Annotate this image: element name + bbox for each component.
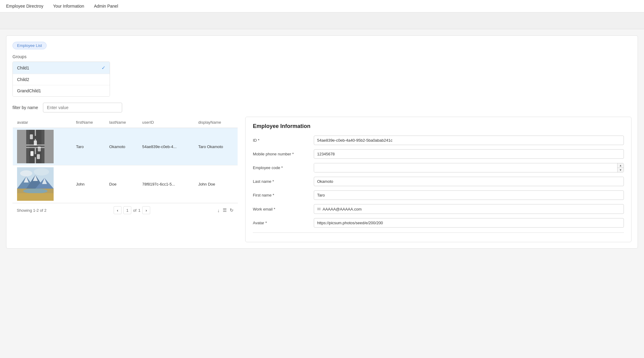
info-label-last-name: Last name * (253, 179, 314, 184)
cell-avatar-john (13, 165, 72, 203)
nav-item-your-information[interactable]: Your Information (53, 4, 84, 9)
col-avatar: avatar (13, 117, 72, 128)
svg-point-18 (20, 170, 32, 176)
info-label-employee-code: Employee code * (253, 165, 314, 170)
top-spacer (0, 12, 644, 29)
table-row[interactable]: Taro Okamoto 54ae839e-c0eb-4... Taro Oka… (13, 128, 238, 165)
cell-displayname-john: John Doe (194, 165, 238, 203)
work-email-text: AAAAA@AAAAA.com (323, 207, 362, 211)
info-row-id: ID * 54ae839e-c0eb-4a40-95b2-5ba0abab241… (253, 136, 624, 145)
spinner-up-button[interactable]: ▲ (617, 163, 624, 168)
svg-rect-13 (17, 130, 26, 163)
nav-item-admin-panel[interactable]: Admin Panel (94, 4, 118, 9)
svg-rect-7 (35, 157, 36, 163)
next-page-button[interactable]: › (142, 206, 150, 214)
info-value-avatar[interactable]: https://picsum.photos/seed/e/200/200 (314, 218, 624, 228)
info-value-first-name[interactable]: Taro (314, 190, 624, 200)
page-of-label: of (133, 208, 136, 213)
pagination-showing: Showing 1-2 of 2 (17, 208, 47, 213)
filter-row: filter by name (12, 103, 632, 112)
cell-displayname-taro: Taro Okamoto (194, 128, 238, 165)
col-userid: userID (138, 117, 194, 128)
cell-avatar-taro (13, 128, 72, 165)
info-row-avatar: Avatar * https://picsum.photos/seed/e/20… (253, 218, 624, 228)
pagination-icons: ↓ ☰ ↻ (218, 207, 234, 213)
cell-firstname-john: John (72, 165, 105, 203)
employee-table: avatar firstName lastName userID display… (12, 117, 238, 203)
group-item-child1-label: Child1 (17, 66, 29, 70)
info-value-id[interactable]: 54ae839e-c0eb-4a40-95b2-5ba0abab241c (314, 136, 624, 145)
svg-rect-15 (26, 144, 44, 146)
table-header: avatar firstName lastName userID display… (13, 117, 238, 128)
info-label-id: ID * (253, 138, 314, 143)
bottom-separator (253, 232, 624, 236)
employee-code-input[interactable]: 5 (314, 163, 617, 172)
main-wrapper: Employee List Groups Child1 ✓ Child2 Gra… (0, 29, 644, 255)
nav-bar: Employee Directroy Your Information Admi… (0, 0, 644, 12)
cell-userid-taro: 54ae839e-c0eb-4... (138, 128, 194, 165)
content-columns: avatar firstName lastName userID display… (12, 117, 632, 242)
info-row-first-name: First name * Taro (253, 190, 624, 200)
info-row-mobile: Mobile phone number * 12345678 (253, 149, 624, 159)
svg-rect-12 (37, 154, 40, 159)
group-item-child1[interactable]: Child1 ✓ (13, 62, 110, 74)
filter-icon[interactable]: ☰ (223, 207, 227, 213)
col-displayname: displayName (194, 117, 238, 128)
group-item-grandchild1-label: GrandChild1 (17, 88, 41, 93)
col-firstname: firstName (72, 117, 105, 128)
email-icon: ✉ (317, 207, 321, 211)
avatar-mountain-john (17, 167, 54, 201)
svg-point-27 (23, 189, 48, 193)
info-value-work-email[interactable]: ✉ AAAAA@AAAAA.com (314, 204, 624, 214)
svg-rect-8 (30, 134, 33, 139)
svg-point-19 (34, 168, 49, 175)
info-title: Employee Information (253, 123, 624, 129)
cell-lastname-taro: Okamoto (105, 128, 138, 165)
current-page: 1 (123, 206, 131, 214)
info-row-employee-code: Employee code * 5 ▲ ▼ (253, 163, 624, 172)
info-panel: Employee Information ID * 54ae839e-c0eb-… (245, 117, 632, 242)
spinner-down-button[interactable]: ▼ (617, 168, 624, 172)
filter-label: filter by name (12, 105, 38, 110)
svg-rect-14 (44, 130, 54, 163)
group-item-child2-label: Child2 (17, 77, 29, 82)
pagination-bar: Showing 1-2 of 2 ‹ 1 of 1 › ↓ ☰ ↻ (12, 203, 238, 217)
group-list: Child1 ✓ Child2 GrandChild1 (12, 62, 110, 97)
info-row-last-name: Last name * Okamoto (253, 177, 624, 186)
employee-code-spinner: 5 ▲ ▼ (314, 163, 624, 172)
info-label-avatar: Avatar * (253, 221, 314, 225)
employee-list-badge: Employee List (12, 42, 47, 49)
group-item-child2[interactable]: Child2 (13, 74, 110, 85)
svg-rect-11 (30, 151, 34, 156)
group-item-child1-check: ✓ (101, 65, 105, 71)
main-card: Employee List Groups Child1 ✓ Child2 Gra… (6, 35, 638, 249)
group-item-grandchild1[interactable]: GrandChild1 (13, 85, 110, 96)
spinner-buttons: ▲ ▼ (617, 163, 624, 172)
info-label-first-name: First name * (253, 193, 314, 197)
pagination-controls: ‹ 1 of 1 › (114, 206, 150, 214)
table-row[interactable]: John Doe 78f8197c-6cc1-5... John Doe (13, 165, 238, 203)
prev-page-button[interactable]: ‹ (114, 206, 122, 214)
table-body: Taro Okamoto 54ae839e-c0eb-4... Taro Oka… (13, 128, 238, 203)
info-value-last-name[interactable]: Okamoto (314, 177, 624, 186)
filter-input[interactable] (43, 103, 122, 112)
info-label-mobile: Mobile phone number * (253, 152, 314, 156)
left-panel: avatar firstName lastName userID display… (12, 117, 238, 217)
svg-rect-16 (26, 147, 44, 148)
info-label-work-email: Work email * (253, 207, 314, 211)
cell-lastname-john: Doe (105, 165, 138, 203)
cell-userid-john: 78f8197c-6cc1-5... (138, 165, 194, 203)
info-row-work-email: Work email * ✉ AAAAA@AAAAA.com (253, 204, 624, 214)
groups-label: Groups (12, 54, 632, 59)
avatar-road-taro (17, 130, 54, 163)
total-pages: 1 (138, 208, 140, 213)
download-icon[interactable]: ↓ (218, 208, 220, 213)
svg-rect-6 (35, 148, 36, 154)
cell-firstname-taro: Taro (72, 128, 105, 165)
col-lastname: lastName (105, 117, 138, 128)
svg-rect-28 (17, 193, 54, 201)
nav-item-employee-directory[interactable]: Employee Directroy (6, 4, 43, 9)
refresh-icon[interactable]: ↻ (230, 207, 234, 213)
info-value-mobile[interactable]: 12345678 (314, 149, 624, 159)
svg-rect-4 (35, 130, 36, 136)
